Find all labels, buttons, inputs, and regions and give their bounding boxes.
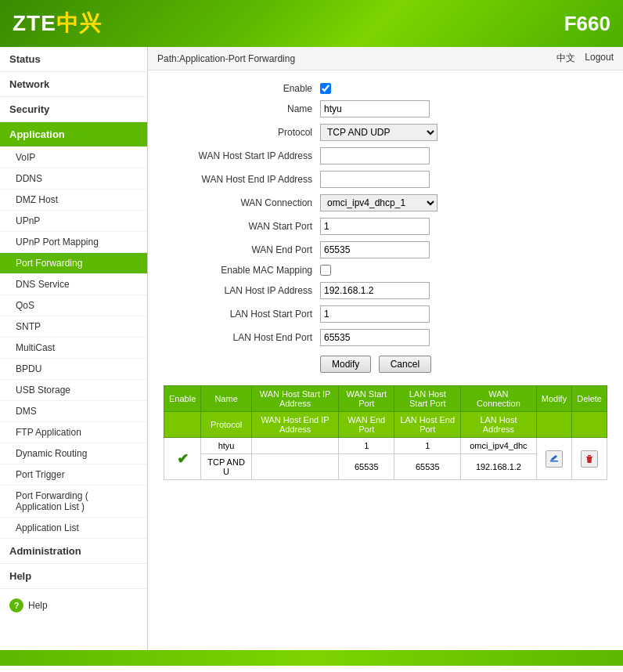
- sidebar-item-ftp[interactable]: FTP Application: [0, 422, 147, 443]
- sidebar-item-sntp[interactable]: SNTP: [0, 316, 147, 338]
- wan-end-port-input[interactable]: [320, 241, 430, 258]
- svg-rect-4: [588, 455, 591, 457]
- modify-button[interactable]: Modify: [320, 356, 371, 373]
- wan-start-ip-input[interactable]: [320, 147, 430, 164]
- lan-end-port-row: LAN Host End Port: [164, 329, 607, 346]
- td-enable: ✔: [164, 438, 201, 480]
- lang-link[interactable]: 中文: [556, 52, 575, 65]
- td-wan-start-ip: [251, 438, 338, 454]
- wan-start-port-input[interactable]: [320, 218, 430, 235]
- form-area: Enable Name Protocol TCP AND UDP TCP UDP…: [148, 70, 623, 385]
- name-row: Name: [164, 100, 607, 117]
- sidebar-item-portfwdapp[interactable]: Port Forwarding (Application List ): [0, 486, 147, 518]
- protocol-select[interactable]: TCP AND UDP TCP UDP: [320, 124, 438, 141]
- content: Path:Application-Port Forwarding 中文 Logo…: [148, 47, 623, 650]
- sidebar-item-status[interactable]: Status: [0, 47, 147, 72]
- wan-end-ip-row: WAN Host End IP Address: [164, 171, 607, 188]
- th-blank3: [572, 412, 607, 438]
- logo: ZTE中兴: [13, 9, 102, 38]
- wan-end-ip-input[interactable]: [320, 171, 430, 188]
- edit-icon: [549, 454, 559, 464]
- sidebar-item-administration[interactable]: Administration: [0, 539, 147, 564]
- td-wan-conn: omci_ipv4_dhc: [461, 438, 537, 454]
- sidebar-item-dns[interactable]: DNS Service: [0, 274, 147, 295]
- sidebar-item-usb[interactable]: USB Storage: [0, 380, 147, 401]
- cancel-button[interactable]: Cancel: [379, 356, 431, 373]
- footer-stripe: [0, 650, 623, 666]
- btn-row: Modify Cancel: [320, 356, 607, 373]
- wan-conn-label: WAN Connection: [164, 197, 320, 208]
- protocol-label: Protocol: [164, 127, 320, 138]
- th-protocol: Protocol: [201, 412, 252, 438]
- sidebar-item-qos[interactable]: QoS: [0, 295, 147, 316]
- lan-start-port-input[interactable]: [320, 305, 430, 323]
- sidebar-item-applist[interactable]: Application List: [0, 518, 147, 539]
- check-icon: ✔: [177, 451, 189, 467]
- table-header-row-2: Protocol WAN Host End IP Address WAN End…: [164, 412, 607, 438]
- lan-start-port-label: LAN Host Start Port: [164, 309, 320, 320]
- wan-conn-row: WAN Connection omci_ipv4_dhcp_1: [164, 194, 607, 211]
- path-label: Path:Application-Port Forwarding: [157, 53, 295, 64]
- path-links: 中文 Logout: [556, 52, 614, 65]
- row-modify-button[interactable]: [546, 450, 563, 468]
- delete-icon: [585, 454, 594, 464]
- enable-row: Enable: [164, 83, 607, 94]
- td-lan-host: 192.168.1.2: [461, 454, 537, 480]
- main-container: Status Network Security Application VoIP…: [0, 47, 623, 650]
- logout-link[interactable]: Logout: [585, 52, 614, 65]
- th-blank2: [536, 412, 571, 438]
- td-wan-end-port: 65535: [339, 454, 394, 480]
- enable-checkbox[interactable]: [320, 83, 331, 94]
- th-modify: Modify: [536, 386, 571, 412]
- sidebar-item-ddns[interactable]: DDNS: [0, 168, 147, 190]
- sidebar-item-security[interactable]: Security: [0, 97, 147, 122]
- name-input[interactable]: [320, 100, 430, 117]
- sidebar-item-help[interactable]: Help: [0, 564, 147, 589]
- lan-end-port-input[interactable]: [320, 329, 430, 346]
- enable-mac-label: Enable MAC Mapping: [164, 265, 320, 276]
- sidebar-item-porttrig[interactable]: Port Trigger: [0, 464, 147, 486]
- sidebar-help[interactable]: ? Help: [0, 589, 147, 622]
- td-lan-end-port: 65535: [394, 454, 461, 480]
- sidebar-item-application[interactable]: Application: [0, 122, 147, 147]
- table-header-row-1: Enable Name WAN Host Start IP Address WA…: [164, 386, 607, 412]
- protocol-row: Protocol TCP AND UDP TCP UDP: [164, 124, 607, 141]
- sidebar-item-dms[interactable]: DMS: [0, 401, 147, 422]
- th-wan-conn: WAN Connection: [461, 386, 537, 412]
- th-name: Name: [201, 386, 252, 412]
- th-wan-start-ip: WAN Host Start IP Address: [251, 386, 338, 412]
- th-delete: Delete: [572, 386, 607, 412]
- td-modify-btn: [536, 438, 571, 480]
- th-wan-start-port: WAN Start Port: [339, 386, 394, 412]
- th-lan-host: LAN Host Address: [461, 412, 537, 438]
- td-name: htyu: [201, 438, 252, 454]
- sidebar-item-dynroute[interactable]: Dynamic Routing: [0, 443, 147, 464]
- sidebar-item-port-fwd[interactable]: Port Forwarding: [0, 253, 147, 274]
- td-lan-start-port: 1: [394, 438, 461, 454]
- sidebar-item-network[interactable]: Network: [0, 72, 147, 97]
- enable-mac-checkbox[interactable]: [320, 265, 331, 276]
- wan-conn-select[interactable]: omci_ipv4_dhcp_1: [320, 194, 438, 211]
- td-wan-start-port: 1: [339, 438, 394, 454]
- enable-label: Enable: [164, 83, 320, 94]
- row-delete-button[interactable]: [581, 450, 598, 468]
- sidebar-item-bpdu[interactable]: BPDU: [0, 359, 147, 380]
- header: ZTE中兴 F660: [0, 0, 623, 47]
- footer-text: Copyright © 2012 ZTE Corporation. All ri…: [0, 666, 623, 672]
- enable-mac-row: Enable MAC Mapping: [164, 265, 607, 276]
- td-protocol: TCP AND U: [201, 454, 252, 480]
- sidebar-item-dmz[interactable]: DMZ Host: [0, 190, 147, 211]
- sidebar-item-upnp[interactable]: UPnP: [0, 211, 147, 232]
- th-wan-end-ip: WAN Host End IP Address: [251, 412, 338, 438]
- th-enable: Enable: [164, 386, 201, 412]
- td-delete-btn: [572, 438, 607, 480]
- model-name: F660: [564, 12, 610, 36]
- lan-ip-row: LAN Host IP Address: [164, 282, 607, 299]
- td-wan-end-ip: [251, 454, 338, 480]
- wan-end-port-label: WAN End Port: [164, 244, 320, 255]
- lan-ip-input[interactable]: [320, 282, 430, 299]
- sidebar-item-multicast[interactable]: MultiCast: [0, 338, 147, 359]
- path-bar: Path:Application-Port Forwarding 中文 Logo…: [148, 47, 623, 70]
- sidebar-item-voip[interactable]: VoIP: [0, 147, 147, 168]
- sidebar-item-upnp-port[interactable]: UPnP Port Mapping: [0, 232, 147, 253]
